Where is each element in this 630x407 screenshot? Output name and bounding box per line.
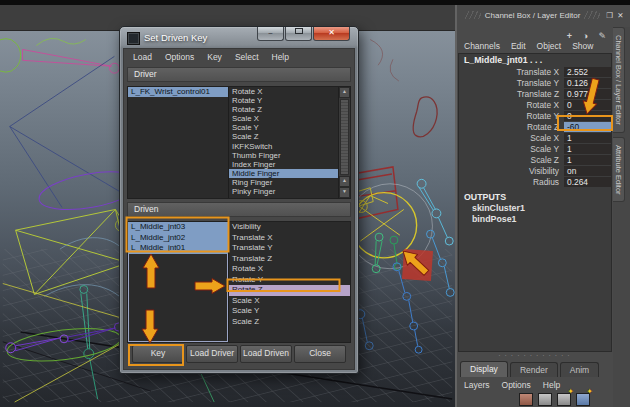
- menu-layer-help[interactable]: Help: [543, 380, 560, 390]
- channel-value-field[interactable]: 2.552: [564, 67, 611, 77]
- dialog-titlebar[interactable]: Set Driven Key – ✕: [120, 27, 358, 48]
- close-button[interactable]: ✕: [313, 27, 350, 41]
- driver-attribute-item[interactable]: IKFKSwitch: [229, 142, 338, 151]
- driver-attribute-item[interactable]: Ring Finger: [229, 178, 338, 187]
- layer-move-icon[interactable]: [519, 393, 533, 406]
- driven-attribute-item[interactable]: Rotate Y: [229, 275, 350, 286]
- driven-attribute-item[interactable]: Scale Z: [229, 317, 350, 328]
- driven-attribute-item[interactable]: Translate Z: [229, 254, 350, 265]
- menu-channels[interactable]: Channels: [464, 41, 500, 51]
- load-driven-button[interactable]: Load Driven: [240, 345, 292, 363]
- channel-value-field[interactable]: 1: [564, 144, 611, 154]
- layer-empty-icon[interactable]: [538, 393, 552, 406]
- panel-grip-texture[interactable]: [465, 11, 481, 19]
- driven-node-item-selected[interactable]: L_Middle_jnt01: [128, 243, 228, 254]
- driver-attribute-item-selected[interactable]: Middle Finger: [229, 169, 338, 178]
- channel-label[interactable]: Translate X: [459, 67, 564, 77]
- maximize-button[interactable]: [285, 27, 312, 41]
- panel-float-icon[interactable]: ❐: [604, 10, 615, 21]
- driven-attribute-item[interactable]: Scale Y: [229, 306, 350, 317]
- channel-label[interactable]: Rotate X: [459, 100, 564, 110]
- dialog-button-row: Key Load Driver Load Driven Close: [132, 345, 346, 363]
- driver-attribute-item[interactable]: Rotate Y: [229, 96, 338, 105]
- channel-value-field[interactable]: 0: [564, 111, 611, 121]
- layer-editor-tabs: Display Render Anim: [460, 362, 610, 377]
- channel-label[interactable]: Radius: [459, 177, 564, 187]
- outputs-header: OUTPUTS: [459, 192, 611, 203]
- maya-screenshot: { "dialog": { "title": "Set Driven Key",…: [0, 0, 630, 407]
- scroll-up-icon[interactable]: ▲: [339, 87, 350, 98]
- driver-attribute-item[interactable]: Rotate X: [229, 87, 338, 96]
- menu-edit[interactable]: Edit: [511, 41, 526, 51]
- panel-close-icon[interactable]: ✕: [615, 10, 626, 21]
- panel-grip-texture[interactable]: [584, 11, 600, 19]
- minimize-button[interactable]: –: [257, 27, 284, 41]
- driver-attribute-item[interactable]: Rotate Z: [229, 105, 338, 114]
- scroll-down-icon[interactable]: ▼: [339, 187, 350, 198]
- driven-attribute-item[interactable]: Scale X: [229, 296, 350, 307]
- driven-attribute-item[interactable]: Rotate X: [229, 264, 350, 275]
- channel-box-panel: Channel Box / Layer Editor ❐ ✕ + ◑ ✎ Cha…: [455, 5, 630, 407]
- channel-value-field[interactable]: 0: [564, 100, 611, 110]
- channel-value-field[interactable]: on: [564, 166, 611, 176]
- menu-layer-options[interactable]: Options: [502, 380, 531, 390]
- driven-attribute-item[interactable]: Translate Y: [229, 243, 350, 254]
- driver-attribute-item[interactable]: Index Finger: [229, 160, 338, 169]
- driver-list-scrollbar[interactable]: ▲ ▲ ▼: [338, 87, 350, 198]
- menu-help[interactable]: Help: [272, 52, 289, 62]
- menu-load[interactable]: Load: [133, 52, 152, 62]
- channel-label[interactable]: Rotate Y: [459, 111, 564, 121]
- channel-label[interactable]: Scale Z: [459, 155, 564, 165]
- panel-drag-handle[interactable]: · · · · · · · · · · · ·: [457, 353, 612, 359]
- channel-row: Scale Y1: [459, 143, 611, 154]
- driven-node-item-selected[interactable]: L_Middle_jnt02: [128, 233, 228, 244]
- driven-attribute-list: Visibility Translate X Translate Y Trans…: [229, 222, 350, 342]
- create-empty-layer-icon[interactable]: ✦: [557, 393, 571, 406]
- output-node[interactable]: bindPose1: [459, 214, 611, 225]
- channel-label[interactable]: Translate Z: [459, 89, 564, 99]
- tab-anim[interactable]: Anim: [560, 362, 599, 377]
- channel-value-field[interactable]: 0.264: [564, 177, 611, 187]
- menu-object[interactable]: Object: [537, 41, 562, 51]
- driver-attribute-item[interactable]: Pinky Finger: [229, 187, 338, 196]
- channel-label[interactable]: Scale X: [459, 133, 564, 143]
- channel-value-field[interactable]: 1: [564, 155, 611, 165]
- channel-value-field[interactable]: 0.126: [564, 78, 611, 88]
- scrollbar-thumb[interactable]: [340, 99, 349, 175]
- scroll-up-icon[interactable]: ▲: [339, 176, 350, 187]
- driven-attribute-item-selected[interactable]: Rotate Z: [229, 285, 350, 296]
- channel-label[interactable]: Visibility: [459, 166, 564, 176]
- driver-node-item[interactable]: L_FK_Wrist_control01: [128, 87, 228, 97]
- tab-display[interactable]: Display: [460, 361, 508, 377]
- pen-edit-icon[interactable]: ✎: [598, 30, 606, 42]
- menu-select[interactable]: Select: [235, 52, 259, 62]
- channel-value-field[interactable]: 1: [564, 133, 611, 143]
- tab-channel-box-layer-editor[interactable]: Channel Box / Layer Editor: [613, 27, 625, 133]
- channel-value-field-selected[interactable]: -60: [564, 122, 611, 132]
- menu-show[interactable]: Show: [572, 41, 593, 51]
- output-node[interactable]: skinCluster1: [459, 203, 611, 214]
- driver-attribute-item[interactable]: Scale X: [229, 114, 338, 123]
- driver-attribute-item[interactable]: Scale Z: [229, 132, 338, 141]
- channel-value-field[interactable]: 0.977: [564, 89, 611, 99]
- menu-layers[interactable]: Layers: [464, 380, 490, 390]
- close-dialog-button[interactable]: Close: [294, 345, 346, 363]
- load-driver-button[interactable]: Load Driver: [186, 345, 238, 363]
- driver-attribute-item[interactable]: Scale Y: [229, 123, 338, 132]
- driven-node-item-selected[interactable]: L_Middle_jnt03: [128, 222, 228, 233]
- channel-label[interactable]: Rotate Z: [459, 122, 564, 132]
- tab-render[interactable]: Render: [510, 362, 558, 377]
- channel-row: Translate Y0.126: [459, 77, 611, 88]
- driven-attribute-item[interactable]: Translate X: [229, 233, 350, 244]
- menu-key[interactable]: Key: [207, 52, 222, 62]
- set-driven-key-dialog: Set Driven Key – ✕ Load Options Key Sele…: [119, 26, 359, 374]
- create-layer-from-selected-icon[interactable]: ✦: [576, 393, 590, 406]
- driven-attribute-item[interactable]: Visibility: [229, 222, 350, 233]
- channel-label[interactable]: Translate Y: [459, 78, 564, 88]
- channel-label[interactable]: Scale Y: [459, 144, 564, 154]
- menu-options[interactable]: Options: [165, 52, 194, 62]
- key-button[interactable]: Key: [132, 345, 184, 363]
- tab-attribute-editor[interactable]: Attribute Editor: [613, 137, 625, 203]
- dialog-body: Load Options Key Select Help Driver L_FK…: [123, 48, 355, 370]
- driver-attribute-item[interactable]: Thumb Finger: [229, 151, 338, 160]
